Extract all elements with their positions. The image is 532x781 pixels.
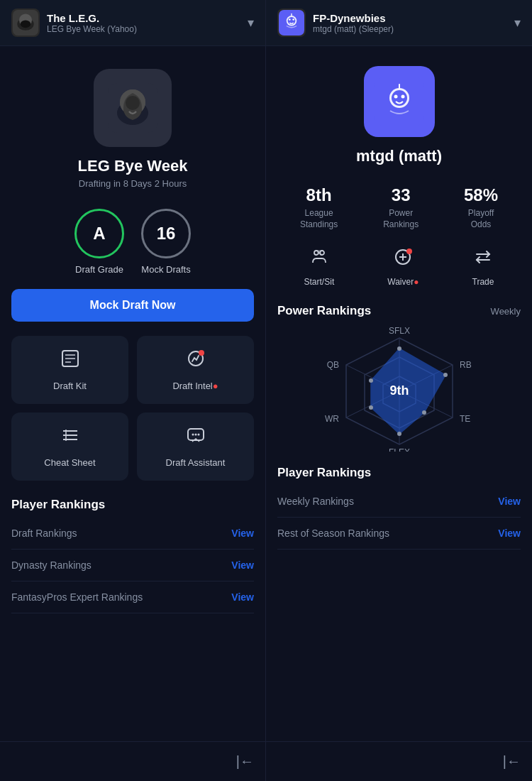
svg-point-32: [394, 95, 397, 99]
power-rankings-period: Weekly: [491, 306, 521, 317]
waiver-icon: [393, 247, 413, 271]
draft-intel-label: Draft Intel●: [172, 381, 218, 391]
svg-text:RB: RB: [460, 360, 472, 370]
stat-desc-power: PowerRankings: [383, 208, 419, 230]
user-profile: mtgd (matt): [277, 66, 521, 165]
list-item[interactable]: Draft Rankings View: [11, 518, 254, 550]
left-league-name: The L.E.G.: [47, 12, 242, 24]
action-waiver[interactable]: Waiver●: [387, 247, 419, 287]
svg-point-58: [397, 432, 401, 436]
right-league-sub: mtgd (matt) (Sleeper): [313, 24, 509, 34]
ranking-name-3: FantasyPros Expert Rankings: [11, 591, 143, 603]
svg-text:WR: WR: [325, 414, 339, 424]
draft-intel-icon: [186, 349, 206, 373]
mock-label: Mock Drafts: [141, 264, 190, 275]
svg-point-21: [192, 434, 194, 436]
right-header-info: FP-Dynewbies mtgd (matt) (Sleeper): [313, 12, 509, 34]
left-header-info: The L.E.G. LEG Bye Week (Yahoo): [47, 12, 242, 34]
draft-assistant-icon: [186, 425, 206, 450]
radar-chart: 9th SFLX RB TE FLEX WR QB: [277, 324, 521, 452]
svg-text:TE: TE: [460, 414, 470, 424]
list-item[interactable]: FantasyPros Expert Rankings View: [11, 581, 254, 613]
league-icon: [94, 69, 172, 147]
right-rankings-title: Player Rankings: [277, 466, 521, 480]
ranking-view-2[interactable]: View: [231, 559, 254, 571]
svg-text:FLEX: FLEX: [388, 447, 409, 452]
list-item[interactable]: Weekly Rankings View: [277, 486, 521, 518]
left-body: LEG Bye Week Drafting in 8 Days 2 Hours …: [0, 46, 265, 741]
right-ranking-name-1: Weekly Rankings: [277, 496, 354, 507]
svg-point-15: [199, 350, 204, 356]
action-trade[interactable]: Trade: [472, 247, 494, 287]
right-header-chevron[interactable]: ▾: [514, 15, 521, 31]
draft-assistant-label: Draft Assistant: [166, 457, 226, 468]
left-league-avatar: [11, 9, 40, 37]
ranking-name-2: Dynasty Rankings: [11, 559, 92, 571]
ranking-list: Draft Rankings View Dynasty Rankings Vie…: [11, 518, 254, 613]
stat-value-standings: 8th: [300, 185, 338, 205]
grade-label: Draft Grade: [75, 264, 123, 275]
svg-point-57: [422, 410, 426, 415]
draft-stats-row: A Draft Grade 16 Mock Drafts: [11, 209, 254, 275]
ranking-name-1: Draft Rankings: [11, 528, 77, 539]
start-sit-icon: [309, 247, 329, 271]
right-header[interactable]: FP-Dynewbies mtgd (matt) (Sleeper) ▾: [266, 0, 532, 46]
cheat-sheet-icon: [60, 425, 80, 450]
tool-cheat-sheet[interactable]: Cheat Sheet: [11, 413, 128, 481]
ranking-view-1[interactable]: View: [231, 528, 254, 539]
right-back-icon[interactable]: |←: [503, 753, 521, 770]
right-ranking-view-1[interactable]: View: [498, 496, 521, 507]
ranking-view-3[interactable]: View: [231, 591, 254, 603]
left-back-icon[interactable]: |←: [236, 753, 254, 770]
left-bottom-bar: |←: [0, 741, 265, 781]
svg-point-9: [126, 96, 140, 110]
right-player-rankings: Player Rankings Weekly Rankings View Res…: [277, 466, 521, 550]
svg-point-60: [369, 378, 373, 383]
draft-kit-icon: [60, 349, 80, 373]
power-rankings-header: Power Rankings Weekly: [277, 304, 521, 318]
left-league-sub: LEG Bye Week (Yahoo): [47, 24, 242, 34]
svg-point-55: [397, 346, 401, 351]
right-ranking-view-2[interactable]: View: [498, 528, 521, 539]
left-header[interactable]: The L.E.G. LEG Bye Week (Yahoo) ▾: [0, 0, 265, 46]
stat-desc-standings: LeagueStandings: [300, 208, 338, 230]
trade-label: Trade: [472, 277, 494, 287]
svg-point-3: [21, 20, 31, 28]
stat-standings: 8th LeagueStandings: [300, 185, 338, 230]
tool-draft-intel[interactable]: Draft Intel●: [137, 336, 254, 404]
svg-text:SFLX: SFLX: [388, 326, 409, 336]
svg-text:9th: 9th: [389, 383, 409, 398]
list-item[interactable]: Dynasty Rankings View: [11, 550, 254, 581]
right-bottom-bar: |←: [266, 741, 532, 781]
left-header-chevron[interactable]: ▾: [248, 15, 254, 31]
right-panel: FP-Dynewbies mtgd (matt) (Sleeper) ▾ mtg…: [266, 0, 532, 781]
svg-point-27: [289, 18, 291, 21]
right-league-name: FP-Dynewbies: [313, 12, 509, 24]
svg-point-36: [317, 250, 321, 254]
list-item[interactable]: Rest of Season Rankings View: [277, 518, 521, 550]
tool-draft-assistant[interactable]: Draft Assistant: [137, 413, 254, 481]
svg-point-28: [292, 18, 294, 21]
trade-icon: [473, 247, 493, 271]
draft-kit-label: Draft Kit: [53, 381, 87, 391]
tool-draft-kit[interactable]: Draft Kit: [11, 336, 128, 404]
player-rankings-title: Player Rankings: [11, 498, 254, 512]
stat-value-playoff: 58%: [464, 185, 498, 205]
action-start-sit[interactable]: Start/Sit: [304, 247, 335, 287]
stat-desc-playoff: PlayoffOdds: [464, 208, 498, 230]
svg-point-22: [194, 434, 196, 436]
right-body: mtgd (matt) 8th LeagueStandings 33 Power…: [266, 46, 532, 741]
cheat-sheet-label: Cheat Sheet: [44, 457, 95, 468]
mock-draft-button[interactable]: Mock Draft Now: [11, 289, 254, 322]
stat-power: 33 PowerRankings: [383, 185, 419, 230]
user-avatar: [364, 66, 435, 137]
waiver-label: Waiver●: [387, 277, 419, 287]
start-sit-label: Start/Sit: [304, 277, 335, 287]
grade-badge: A: [74, 209, 124, 258]
svg-point-40: [406, 248, 412, 254]
user-stats-grid: 8th LeagueStandings 33 PowerRankings 58%…: [277, 185, 521, 230]
right-ranking-name-2: Rest of Season Rankings: [277, 528, 389, 539]
mock-badge: 16: [141, 209, 191, 258]
drafting-info: Drafting in 8 Days 2 Hours: [79, 178, 187, 189]
svg-point-56: [443, 373, 448, 377]
